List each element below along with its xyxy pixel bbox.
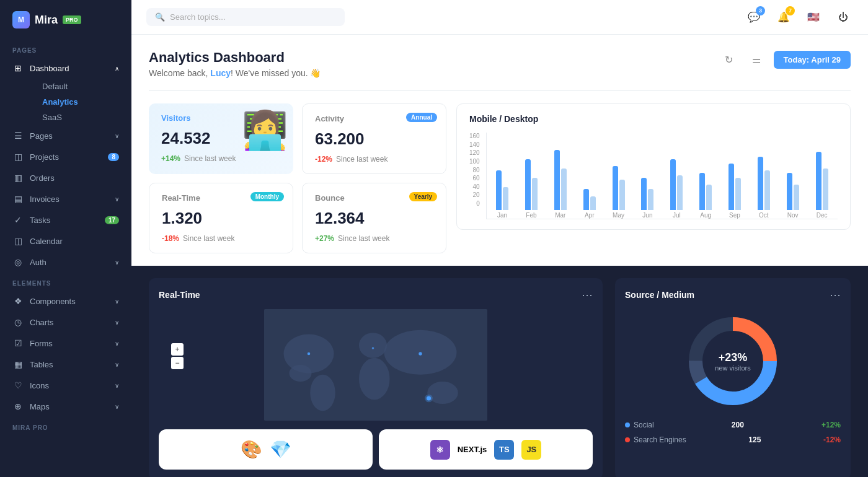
sidebar-item-dashboard[interactable]: ⊞ Dashboard ∧	[0, 58, 131, 79]
sidebar-item-icons[interactable]: ♡ Icons ∨	[0, 375, 131, 396]
bottom-dark-section: Real-Time ⋯ + −	[131, 266, 868, 477]
bounce-change: +27%	[315, 234, 334, 243]
realtime-footer: -18% Since last week	[162, 234, 280, 243]
social-label: Social	[634, 421, 654, 429]
bar-dark	[758, 157, 763, 210]
sidebar-item-saas[interactable]: SaaS	[30, 110, 131, 125]
source-row-search: Search Engines 125 -12%	[625, 435, 841, 444]
bar-dark	[787, 173, 792, 210]
components-icon: ❖	[12, 295, 24, 307]
svg-point-10	[418, 352, 422, 355]
chevron-icon: ∨	[115, 298, 119, 305]
bar-dark	[554, 150, 560, 211]
bar-light	[561, 168, 567, 211]
mobile-desktop-chart: Mobile / Desktop 160 140 120 100 80 60 4…	[456, 103, 851, 230]
svg-point-9	[372, 347, 374, 349]
projects-badge: 8	[108, 153, 119, 161]
svg-point-7	[427, 382, 458, 404]
visitors-period: Since last week	[184, 154, 236, 163]
bar-light	[677, 175, 683, 210]
bar-dark	[728, 164, 734, 210]
user-name: Lucy	[210, 68, 231, 78]
bar-dark	[816, 152, 822, 210]
today-button[interactable]: Today: April 29	[774, 51, 851, 69]
app-logo[interactable]: M Mira PRO	[0, 0, 131, 40]
map-title: Real-Time	[159, 290, 200, 300]
activity-period: Since last week	[336, 155, 388, 164]
svg-point-2	[290, 365, 312, 382]
page-header: Analytics Dashboard Welcome back, Lucy! …	[149, 50, 851, 78]
bar-light	[590, 196, 596, 211]
realtime-map-card: Real-Time ⋯ + −	[149, 278, 603, 477]
flag-button[interactable]: 🇺🇸	[804, 7, 823, 27]
bar-light	[648, 189, 653, 210]
sidebar-item-auth[interactable]: ◎ Auth ∨	[0, 252, 131, 273]
map-controls: + −	[171, 343, 184, 369]
tech-logos: 🎨 💎 ⚛ NEXT.js TS JS	[159, 429, 593, 470]
bar-label: Sep	[729, 212, 740, 219]
sidebar-item-forms[interactable]: ☑ Forms ∨	[0, 333, 131, 354]
pages-section-label: PAGES	[0, 40, 131, 58]
design-tools-card: 🎨 💎	[159, 429, 373, 470]
bar-dark	[525, 159, 531, 211]
sidebar-item-tasks[interactable]: ✓ Tasks 17	[0, 209, 131, 230]
bar-label: Aug	[700, 212, 711, 219]
nextjs-icon: NEXT.js	[458, 445, 487, 454]
sidebar-item-label: Charts	[30, 318, 53, 327]
page-title-block: Analytics Dashboard Welcome back, Lucy! …	[149, 50, 321, 78]
sidebar-item-analytics[interactable]: Analytics	[30, 94, 131, 110]
social-change: +12%	[822, 421, 841, 429]
y-axis: 160 140 120 100 80 60 40 20 0	[469, 133, 480, 207]
bar-chart: JanFebMarAprMayJunJulAugSepOctNovDec	[486, 133, 838, 219]
bar-group: Jun	[634, 136, 661, 219]
content-area: Analytics Dashboard Welcome back, Lucy! …	[131, 35, 868, 477]
sidebar-item-maps[interactable]: ⊕ Maps ∨	[0, 396, 131, 417]
search-change: -12%	[823, 435, 841, 444]
chevron-icon: ∨	[115, 403, 119, 410]
zoom-in-button[interactable]: +	[171, 343, 184, 356]
sidebar-item-label: Invoices	[30, 195, 60, 204]
bar-dark	[641, 178, 647, 211]
page-subtitle: Welcome back, Lucy! We've missed you. 👋	[149, 68, 321, 78]
icons-icon: ♡	[12, 380, 24, 391]
tables-icon: ▦	[12, 359, 24, 370]
sidebar-item-orders[interactable]: ▥ Orders	[0, 167, 131, 188]
map-options-button[interactable]: ⋯	[582, 288, 593, 302]
redux-icon: ⚛	[430, 440, 450, 460]
bar-light	[764, 170, 770, 210]
sidebar-item-tables[interactable]: ▦ Tables ∨	[0, 354, 131, 375]
chevron-icon: ∧	[115, 65, 119, 72]
sidebar-item-charts[interactable]: ◷ Charts ∨	[0, 312, 131, 333]
stats-and-chart: Visitors 👩‍💻 24.532 +14% Since last week…	[149, 103, 851, 253]
sidebar-item-invoices[interactable]: ▤ Invoices ∨	[0, 188, 131, 209]
filter-button[interactable]: ⚌	[746, 50, 766, 69]
bar-label: Jan	[497, 212, 507, 219]
refresh-button[interactable]: ↻	[719, 50, 739, 69]
sidebar-item-pages[interactable]: ☰ Pages ∨	[0, 125, 131, 146]
chevron-icon: ∨	[115, 340, 119, 347]
sidebar-item-projects[interactable]: ◫ Projects 8	[0, 146, 131, 167]
elements-section-label: ELEMENTS	[0, 273, 131, 291]
bar-dark	[670, 159, 676, 211]
bar-label: Jun	[642, 212, 652, 219]
sidebar-item-default[interactable]: Default	[30, 79, 131, 94]
power-button[interactable]: ⏻	[833, 7, 853, 27]
sidebar-item-calendar[interactable]: ◫ Calendar	[0, 230, 131, 252]
messages-button[interactable]: 💬 3	[744, 7, 764, 27]
zoom-out-button[interactable]: −	[171, 357, 184, 369]
pages-icon: ☰	[12, 130, 24, 141]
sidebar-item-components[interactable]: ❖ Components ∨	[0, 291, 131, 312]
bar-label: Nov	[787, 212, 799, 219]
bar-group: Jan	[489, 136, 516, 219]
activity-card: Annual Activity 63.200 -12% Since last w…	[302, 103, 446, 174]
figma-icon: 🎨	[241, 439, 262, 460]
source-options-button[interactable]: ⋯	[830, 288, 841, 302]
divider	[149, 90, 851, 91]
bar-light	[823, 168, 828, 211]
activity-footer: -12% Since last week	[315, 155, 433, 164]
sidebar-item-label: Pages	[30, 131, 53, 141]
search-box[interactable]: 🔍 Search topics...	[146, 8, 345, 26]
svg-point-12	[425, 395, 433, 403]
notifications-button[interactable]: 🔔 7	[774, 7, 794, 27]
social-value: 200	[732, 421, 744, 429]
